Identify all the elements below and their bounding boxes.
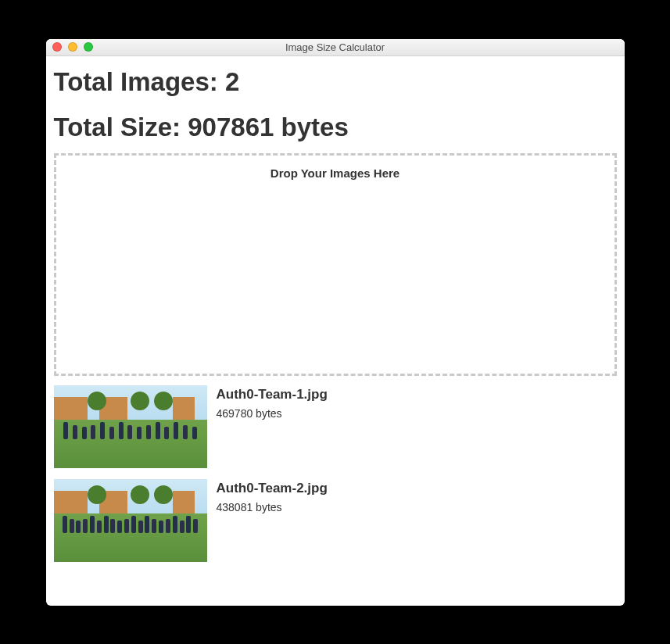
dropzone[interactable]: Drop Your Images Here — [54, 153, 617, 376]
total-size-heading: Total Size: 907861 bytes — [54, 113, 617, 142]
dropzone-label: Drop Your Images Here — [56, 166, 614, 180]
window-title: Image Size Calculator — [46, 41, 625, 53]
zoom-icon[interactable] — [84, 42, 93, 52]
item-meta: Auth0-Team-2.jpg 438081 bytes — [217, 479, 328, 562]
app-window: Image Size Calculator Total Images: 2 To… — [46, 39, 625, 606]
titlebar[interactable]: Image Size Calculator — [46, 39, 625, 56]
item-meta: Auth0-Team-1.jpg 469780 bytes — [217, 385, 328, 468]
filename-label: Auth0-Team-2.jpg — [217, 481, 328, 496]
thumbnail-image[interactable] — [54, 479, 207, 562]
traffic-lights — [46, 42, 93, 52]
minimize-icon[interactable] — [68, 42, 77, 52]
total-images-heading: Total Images: 2 — [54, 67, 617, 97]
list-item: Auth0-Team-1.jpg 469780 bytes — [54, 385, 617, 468]
filename-label: Auth0-Team-1.jpg — [217, 387, 328, 402]
filesize-label: 438081 bytes — [217, 501, 328, 513]
thumbnail-image[interactable] — [54, 385, 207, 468]
filesize-label: 469780 bytes — [217, 407, 328, 420]
content-area: Total Images: 2 Total Size: 907861 bytes… — [46, 56, 625, 606]
close-icon[interactable] — [52, 42, 62, 52]
list-item: Auth0-Team-2.jpg 438081 bytes — [54, 479, 617, 562]
image-list: Auth0-Team-1.jpg 469780 bytes Auth0-Team… — [54, 385, 617, 562]
